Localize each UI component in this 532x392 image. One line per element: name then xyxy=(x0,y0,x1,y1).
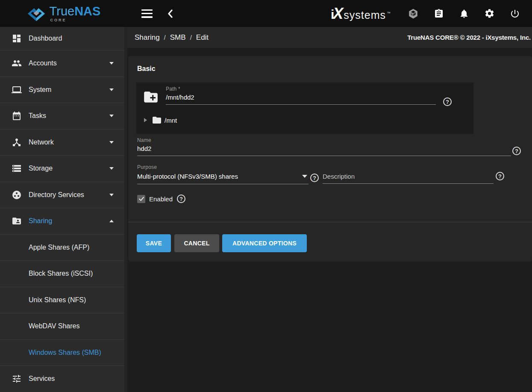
ix-logo-x: X xyxy=(333,5,343,23)
menu-icon[interactable] xyxy=(141,9,153,18)
create-new-folder-icon[interactable] xyxy=(143,89,159,105)
sidebar-item-label: Sharing xyxy=(29,217,52,225)
sidebar-subitem-label: Unix Shares (NFS) xyxy=(29,296,86,304)
sidebar-item-system[interactable]: System xyxy=(0,77,127,103)
purpose-field: Purpose Multi-protocol (NFSv3/SMB) share… xyxy=(137,164,309,184)
settings-gear-icon[interactable] xyxy=(484,8,495,19)
dashboard-icon xyxy=(12,33,22,44)
task-manager-icon[interactable] xyxy=(434,9,444,19)
folder-shared-icon xyxy=(12,216,22,226)
form-actions: SAVE CANCEL ADVANCED OPTIONS xyxy=(137,234,307,252)
breadcrumb-edit: Edit xyxy=(196,33,209,42)
sidebar-item-storage[interactable]: Storage xyxy=(0,156,127,182)
sidebar-subitem-label: Windows Shares (SMB) xyxy=(29,349,101,357)
path-explorer-panel: Path * ? /mnt xyxy=(136,83,473,134)
tree-node-mnt[interactable]: /mnt xyxy=(142,115,177,125)
sidebar-item-block-shares[interactable]: Block Shares (iSCSI) xyxy=(0,261,127,287)
chevron-down-icon xyxy=(109,167,114,170)
storage-icon xyxy=(12,163,22,174)
sidebar-item-dashboard[interactable]: Dashboard xyxy=(0,27,127,50)
description-field xyxy=(323,171,494,184)
ixsystems-logo: iXsystems™ xyxy=(331,5,391,23)
sidebar-item-windows-shares[interactable]: Windows Shares (SMB) xyxy=(0,340,127,366)
breadcrumb-sharing[interactable]: Sharing xyxy=(135,33,160,42)
purpose-select[interactable]: Multi-protocol (NFSv3/SMB) shares xyxy=(137,170,309,184)
sidebar-item-webdav-shares[interactable]: WebDAV Shares xyxy=(0,313,127,340)
tune-sliders-icon xyxy=(12,374,22,384)
sidebar-subitem-label: Apple Shares (AFP) xyxy=(29,244,89,251)
breadcrumb-smb[interactable]: SMB xyxy=(170,33,186,42)
sidebar-item-label: Dashboard xyxy=(29,35,62,42)
chevron-down-icon xyxy=(109,194,114,196)
sidebar-item-sharing[interactable]: Sharing xyxy=(0,208,127,235)
description-input[interactable] xyxy=(323,171,494,184)
name-field: Name xyxy=(137,137,511,156)
laptop-icon xyxy=(12,85,22,95)
path-field: Path * xyxy=(166,86,436,105)
top-header: TrueNAS CORE iXsystems™ xyxy=(0,0,532,27)
truenas-logo-icon xyxy=(27,5,46,23)
collapse-back-icon[interactable] xyxy=(166,9,175,18)
name-input[interactable] xyxy=(137,143,511,156)
power-icon[interactable] xyxy=(510,9,520,19)
purpose-label: Purpose xyxy=(137,164,309,170)
enabled-help-icon[interactable]: ? xyxy=(177,195,185,203)
sidebar-subitem-label: Block Shares (iSCSI) xyxy=(29,270,93,277)
name-help-icon[interactable]: ? xyxy=(512,147,521,155)
path-label: Path * xyxy=(166,86,436,92)
cancel-button[interactable]: CANCEL xyxy=(174,234,219,252)
enabled-checkbox[interactable] xyxy=(137,195,145,203)
save-button[interactable]: SAVE xyxy=(137,234,171,252)
sidebar-item-label: Network xyxy=(29,139,54,146)
purpose-help-icon[interactable]: ? xyxy=(310,174,319,182)
name-label: Name xyxy=(137,137,511,143)
ix-logo-tm: ™ xyxy=(387,11,391,15)
ix-logo-text: systems xyxy=(344,9,386,21)
sidebar-item-label: Accounts xyxy=(29,59,57,67)
folder-icon xyxy=(152,115,162,125)
group-work-icon xyxy=(12,190,22,200)
sidebar-item-directory-services[interactable]: Directory Services xyxy=(0,182,127,209)
tree-expand-icon[interactable] xyxy=(144,118,147,122)
alerts-bell-icon[interactable] xyxy=(459,9,469,19)
chevron-down-icon xyxy=(109,141,114,144)
sidebar-item-label: Tasks xyxy=(29,112,46,120)
chevron-up-icon xyxy=(109,220,114,222)
sidebar-item-tasks[interactable]: Tasks xyxy=(0,103,127,130)
tree-node-label: /mnt xyxy=(165,117,177,124)
sidebar: Dashboard Accounts System Tasks Network xyxy=(0,27,127,392)
truenas-logo: TrueNAS CORE xyxy=(0,0,127,27)
breadcrumb-separator: / xyxy=(164,34,166,41)
calendar-icon xyxy=(12,111,22,121)
copyright-text: TrueNAS CORE® © 2022 - iXsystems, Inc. xyxy=(407,34,531,41)
sidebar-item-services[interactable]: Services xyxy=(0,366,127,392)
truecommand-icon[interactable] xyxy=(408,8,419,19)
purpose-selected-value: Multi-protocol (NFSv3/SMB) shares xyxy=(137,173,302,180)
enabled-row: Enabled ? xyxy=(137,195,185,203)
sidebar-item-accounts[interactable]: Accounts xyxy=(0,50,127,77)
chevron-down-icon xyxy=(109,88,114,91)
breadcrumb-separator: / xyxy=(190,34,192,41)
sidebar-item-unix-shares[interactable]: Unix Shares (NFS) xyxy=(0,287,127,314)
dropdown-arrow-icon xyxy=(302,175,307,178)
chevron-down-icon xyxy=(109,115,114,117)
section-title: Basic xyxy=(137,65,156,73)
smb-edit-form-card: Basic Path * ? /mnt Name ? xyxy=(128,56,532,262)
sidebar-subitem-label: WebDAV Shares xyxy=(29,322,79,330)
sidebar-item-label: Directory Services xyxy=(29,191,84,199)
path-help-icon[interactable]: ? xyxy=(443,97,452,106)
breadcrumb-bar: Sharing / SMB / Edit TrueNAS CORE® © 202… xyxy=(127,27,532,48)
enabled-label: Enabled xyxy=(149,195,173,203)
main-content: Basic Path * ? /mnt Name ? xyxy=(127,48,532,392)
description-help-icon[interactable]: ? xyxy=(496,172,504,180)
sidebar-scrollbar[interactable] xyxy=(124,27,127,392)
brand-core: CORE xyxy=(50,18,101,22)
sidebar-item-network[interactable]: Network xyxy=(0,130,127,156)
sidebar-item-label: Services xyxy=(29,375,55,383)
chevron-down-icon xyxy=(109,62,114,65)
advanced-options-button[interactable]: ADVANCED OPTIONS xyxy=(222,234,307,252)
brand-nas: NAS xyxy=(74,4,100,18)
path-input[interactable] xyxy=(166,92,436,105)
sidebar-item-apple-shares[interactable]: Apple Shares (AFP) xyxy=(0,235,127,261)
sidebar-item-label: System xyxy=(29,86,51,94)
